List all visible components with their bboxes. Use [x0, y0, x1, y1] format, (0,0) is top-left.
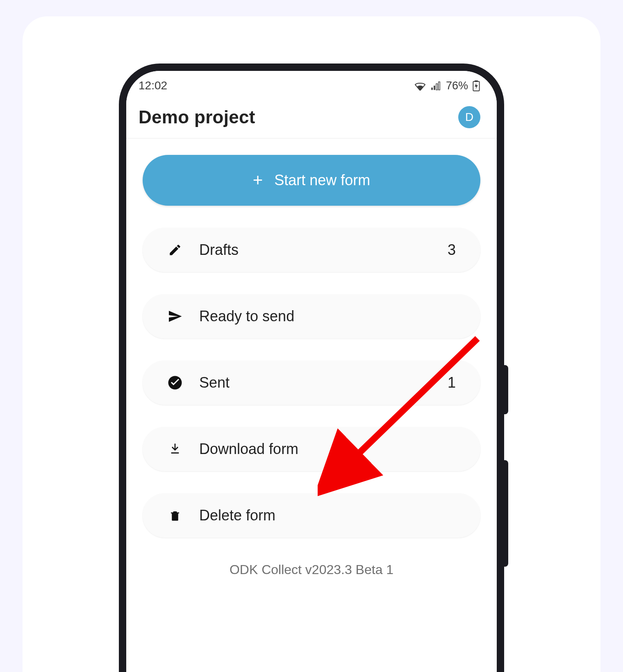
check-circle-icon: [163, 375, 187, 390]
svg-rect-3: [439, 82, 440, 90]
status-bar: 12:02 76%: [126, 71, 497, 100]
sent-label: Sent: [199, 374, 448, 391]
sent-button[interactable]: Sent 1: [143, 361, 480, 405]
start-new-form-label: Start new form: [274, 172, 370, 189]
ready-label: Ready to send: [199, 308, 456, 325]
phone-screen: 12:02 76%: [126, 71, 497, 672]
svg-rect-1: [434, 86, 435, 90]
delete-label: Delete form: [199, 507, 456, 524]
download-icon: [163, 443, 187, 456]
app-header: Demo project D: [126, 100, 497, 138]
download-label: Download form: [199, 440, 456, 458]
drafts-label: Drafts: [199, 241, 448, 259]
plus-icon: +: [253, 172, 263, 189]
background-card: 12:02 76%: [23, 16, 600, 672]
ready-to-send-button[interactable]: Ready to send: [143, 294, 480, 338]
battery-icon: [472, 80, 480, 91]
phone-side-button-2: [504, 460, 508, 567]
wifi-icon: [414, 81, 426, 91]
phone-side-button-1: [504, 365, 508, 414]
status-icons: 76%: [414, 79, 480, 92]
main-content: + Start new form Drafts 3 Ready to send: [126, 138, 497, 577]
pencil-icon: [163, 243, 187, 257]
avatar-letter: D: [465, 111, 473, 124]
svg-rect-2: [436, 84, 438, 90]
delete-form-button[interactable]: Delete form: [143, 493, 480, 538]
drafts-count: 3: [448, 241, 456, 259]
trash-icon: [163, 509, 187, 522]
signal-icon: [430, 81, 442, 91]
drafts-button[interactable]: Drafts 3: [143, 228, 480, 272]
sent-count: 1: [448, 374, 456, 391]
avatar[interactable]: D: [458, 106, 480, 128]
download-form-button[interactable]: Download form: [143, 427, 480, 471]
status-time: 12:02: [139, 79, 167, 92]
start-new-form-button[interactable]: + Start new form: [143, 155, 480, 206]
page-title: Demo project: [139, 107, 255, 127]
svg-rect-0: [431, 88, 433, 90]
phone-frame: 12:02 76%: [119, 64, 504, 672]
app-version: ODK Collect v2023.3 Beta 1: [143, 562, 480, 577]
svg-rect-5: [475, 80, 478, 82]
status-battery-text: 76%: [446, 79, 468, 92]
send-icon: [163, 309, 187, 324]
